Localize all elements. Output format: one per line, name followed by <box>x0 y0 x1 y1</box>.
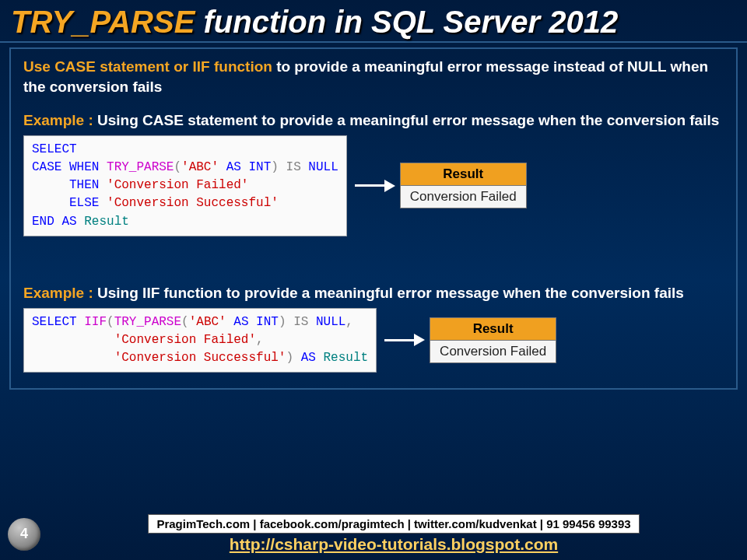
footer: 4 PragimTech.com | facebook.com/pragimte… <box>0 514 747 554</box>
intro-highlight: Use CASE statement or IIF function <box>23 58 276 75</box>
example2-row: SELECT IIF(TRY_PARSE('ABC' AS INT) IS NU… <box>23 308 724 373</box>
example1-label-hl: Example : <box>23 112 97 128</box>
credits-box: PragimTech.com | facebook.com/pragimtech… <box>148 514 639 534</box>
example1-label-rest: Using CASE statement to provide a meanin… <box>97 112 719 128</box>
example2-code: SELECT IIF(TRY_PARSE('ABC' AS INT) IS NU… <box>23 308 377 373</box>
intro-text: Use CASE statement or IIF function to pr… <box>23 57 724 96</box>
example1-code: SELECT CASE WHEN TRY_PARSE('ABC' AS INT)… <box>23 135 347 236</box>
result-header: Result <box>400 163 526 186</box>
example2-label: Example : Using IIF function to provide … <box>23 283 724 303</box>
result-value: Conversion Failed <box>400 186 526 208</box>
title-rest: function in SQL Server 2012 <box>203 5 618 39</box>
slide-title: TRY_PARSE function in SQL Server 2012 <box>0 0 747 43</box>
example2-label-hl: Example : <box>23 285 97 301</box>
example2-label-rest: Using IIF function to provide a meaningf… <box>97 285 684 301</box>
example1-row: SELECT CASE WHEN TRY_PARSE('ABC' AS INT)… <box>23 135 724 236</box>
example2-result-table: Result Conversion Failed <box>430 317 556 363</box>
result-value: Conversion Failed <box>430 340 556 362</box>
example1-label: Example : Using CASE statement to provid… <box>23 110 724 131</box>
page-number-badge: 4 <box>8 518 40 551</box>
arrow-icon <box>355 180 395 192</box>
content-panel: Use CASE statement or IIF function to pr… <box>9 47 738 390</box>
title-highlight: TRY_PARSE <box>11 5 203 39</box>
result-header: Result <box>430 317 556 340</box>
blog-link[interactable]: http://csharp-video-tutorials.blogspot.c… <box>230 535 558 554</box>
arrow-icon <box>384 334 425 346</box>
example1-result-table: Result Conversion Failed <box>400 163 527 208</box>
